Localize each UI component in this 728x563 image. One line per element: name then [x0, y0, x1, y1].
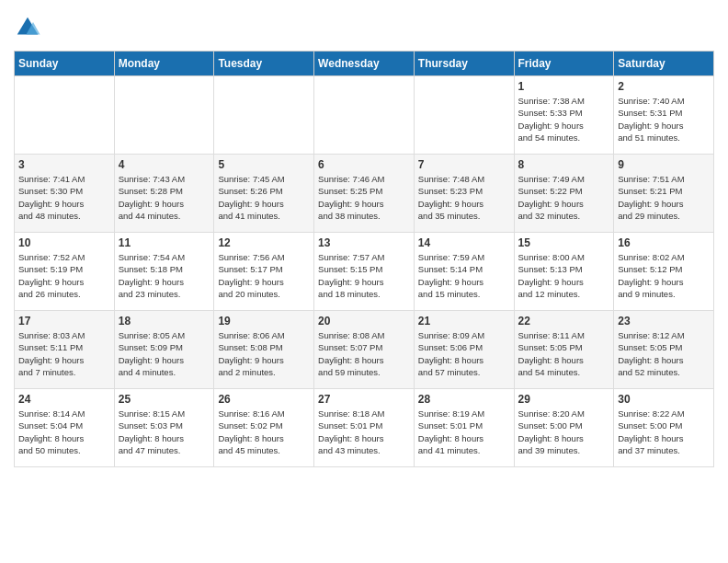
day-info: Sunrise: 8:18 AM Sunset: 5:01 PM Dayligh… [318, 408, 410, 456]
day-number: 25 [119, 393, 210, 406]
day-info: Sunrise: 8:03 AM Sunset: 5:11 PM Dayligh… [18, 329, 110, 378]
day-number: 26 [218, 393, 310, 406]
calendar-week-row: 10Sunrise: 7:52 AM Sunset: 5:19 PM Dayli… [15, 233, 714, 311]
calendar-cell: 21Sunrise: 8:09 AM Sunset: 5:06 PM Dayli… [414, 311, 514, 389]
calendar-week-row: 17Sunrise: 8:03 AM Sunset: 5:11 PM Dayli… [15, 311, 714, 389]
calendar-cell: 12Sunrise: 7:56 AM Sunset: 5:17 PM Dayli… [214, 233, 314, 311]
day-number: 28 [418, 393, 510, 406]
page-header [14, 14, 714, 41]
day-of-week-header: Saturday [614, 52, 714, 76]
day-number: 14 [418, 236, 510, 249]
day-number: 5 [218, 158, 310, 171]
calendar-cell: 23Sunrise: 8:12 AM Sunset: 5:05 PM Dayli… [614, 311, 714, 389]
day-number: 1 [518, 80, 610, 93]
day-info: Sunrise: 8:05 AM Sunset: 5:09 PM Dayligh… [119, 329, 210, 378]
logo [14, 14, 45, 41]
calendar-table: SundayMondayTuesdayWednesdayThursdayFrid… [14, 51, 714, 467]
day-info: Sunrise: 7:59 AM Sunset: 5:14 PM Dayligh… [418, 251, 510, 300]
day-info: Sunrise: 8:16 AM Sunset: 5:02 PM Dayligh… [218, 408, 310, 456]
calendar-cell: 30Sunrise: 8:22 AM Sunset: 5:00 PM Dayli… [614, 389, 714, 467]
day-number: 24 [18, 393, 110, 406]
day-number: 20 [318, 315, 410, 327]
day-number: 4 [119, 158, 210, 171]
calendar-cell: 16Sunrise: 8:02 AM Sunset: 5:12 PM Dayli… [614, 233, 714, 311]
calendar-cell [314, 76, 415, 155]
day-number: 29 [518, 393, 610, 406]
day-info: Sunrise: 7:46 AM Sunset: 5:25 PM Dayligh… [318, 173, 410, 222]
day-of-week-header: Wednesday [314, 52, 415, 76]
day-info: Sunrise: 8:09 AM Sunset: 5:06 PM Dayligh… [418, 329, 510, 378]
calendar-cell: 20Sunrise: 8:08 AM Sunset: 5:07 PM Dayli… [314, 311, 415, 389]
day-number: 2 [618, 80, 710, 93]
day-of-week-header: Thursday [414, 52, 514, 76]
calendar-cell: 28Sunrise: 8:19 AM Sunset: 5:01 PM Dayli… [414, 389, 514, 467]
day-info: Sunrise: 7:48 AM Sunset: 5:23 PM Dayligh… [418, 173, 510, 222]
calendar-cell: 1Sunrise: 7:38 AM Sunset: 5:33 PM Daylig… [514, 76, 614, 155]
calendar-cell: 17Sunrise: 8:03 AM Sunset: 5:11 PM Dayli… [15, 311, 115, 389]
day-info: Sunrise: 8:19 AM Sunset: 5:01 PM Dayligh… [418, 408, 510, 456]
calendar-cell: 8Sunrise: 7:49 AM Sunset: 5:22 PM Daylig… [514, 155, 614, 233]
day-number: 22 [518, 315, 610, 327]
day-info: Sunrise: 7:51 AM Sunset: 5:21 PM Dayligh… [618, 173, 710, 222]
day-info: Sunrise: 8:06 AM Sunset: 5:08 PM Dayligh… [218, 329, 310, 378]
calendar-week-row: 3Sunrise: 7:41 AM Sunset: 5:30 PM Daylig… [15, 155, 714, 233]
day-info: Sunrise: 8:20 AM Sunset: 5:00 PM Dayligh… [518, 408, 610, 456]
calendar-cell: 6Sunrise: 7:46 AM Sunset: 5:25 PM Daylig… [314, 155, 415, 233]
day-number: 8 [518, 158, 610, 171]
calendar-cell [414, 76, 514, 155]
day-number: 27 [318, 393, 410, 406]
calendar-cell: 14Sunrise: 7:59 AM Sunset: 5:14 PM Dayli… [414, 233, 514, 311]
calendar-cell [15, 76, 115, 155]
day-info: Sunrise: 7:52 AM Sunset: 5:19 PM Dayligh… [18, 251, 110, 300]
day-number: 17 [18, 315, 110, 327]
calendar-cell: 29Sunrise: 8:20 AM Sunset: 5:00 PM Dayli… [514, 389, 614, 467]
calendar-cell: 3Sunrise: 7:41 AM Sunset: 5:30 PM Daylig… [15, 155, 115, 233]
day-number: 23 [618, 315, 710, 327]
calendar-cell: 9Sunrise: 7:51 AM Sunset: 5:21 PM Daylig… [614, 155, 714, 233]
calendar-cell: 27Sunrise: 8:18 AM Sunset: 5:01 PM Dayli… [314, 389, 415, 467]
day-number: 11 [119, 236, 210, 249]
calendar-cell: 5Sunrise: 7:45 AM Sunset: 5:26 PM Daylig… [214, 155, 314, 233]
calendar-cell [214, 76, 314, 155]
day-of-week-header: Friday [514, 52, 614, 76]
day-info: Sunrise: 7:40 AM Sunset: 5:31 PM Dayligh… [618, 95, 710, 144]
day-of-week-header: Sunday [15, 52, 115, 76]
calendar-header-row: SundayMondayTuesdayWednesdayThursdayFrid… [15, 52, 714, 76]
day-number: 18 [119, 315, 210, 327]
logo-icon [14, 14, 41, 41]
day-number: 6 [318, 158, 410, 171]
calendar-cell: 4Sunrise: 7:43 AM Sunset: 5:28 PM Daylig… [114, 155, 214, 233]
day-info: Sunrise: 7:49 AM Sunset: 5:22 PM Dayligh… [518, 173, 610, 222]
day-info: Sunrise: 7:45 AM Sunset: 5:26 PM Dayligh… [218, 173, 310, 222]
day-number: 9 [618, 158, 710, 171]
day-info: Sunrise: 7:38 AM Sunset: 5:33 PM Dayligh… [518, 95, 610, 144]
day-info: Sunrise: 8:00 AM Sunset: 5:13 PM Dayligh… [518, 251, 610, 300]
calendar-cell: 15Sunrise: 8:00 AM Sunset: 5:13 PM Dayli… [514, 233, 614, 311]
calendar-cell: 2Sunrise: 7:40 AM Sunset: 5:31 PM Daylig… [614, 76, 714, 155]
calendar-cell: 25Sunrise: 8:15 AM Sunset: 5:03 PM Dayli… [114, 389, 214, 467]
day-number: 13 [318, 236, 410, 249]
calendar-cell: 11Sunrise: 7:54 AM Sunset: 5:18 PM Dayli… [114, 233, 214, 311]
day-number: 15 [518, 236, 610, 249]
day-number: 10 [18, 236, 110, 249]
day-of-week-header: Monday [114, 52, 214, 76]
day-info: Sunrise: 8:15 AM Sunset: 5:03 PM Dayligh… [119, 408, 210, 456]
calendar-cell: 7Sunrise: 7:48 AM Sunset: 5:23 PM Daylig… [414, 155, 514, 233]
day-of-week-header: Tuesday [214, 52, 314, 76]
day-info: Sunrise: 7:57 AM Sunset: 5:15 PM Dayligh… [318, 251, 410, 300]
day-number: 12 [218, 236, 310, 249]
day-number: 19 [218, 315, 310, 327]
calendar-week-row: 24Sunrise: 8:14 AM Sunset: 5:04 PM Dayli… [15, 389, 714, 467]
calendar-cell: 22Sunrise: 8:11 AM Sunset: 5:05 PM Dayli… [514, 311, 614, 389]
day-number: 16 [618, 236, 710, 249]
day-number: 30 [618, 393, 710, 406]
calendar-cell: 10Sunrise: 7:52 AM Sunset: 5:19 PM Dayli… [15, 233, 115, 311]
day-info: Sunrise: 8:14 AM Sunset: 5:04 PM Dayligh… [18, 408, 110, 456]
day-info: Sunrise: 8:02 AM Sunset: 5:12 PM Dayligh… [618, 251, 710, 300]
day-info: Sunrise: 7:43 AM Sunset: 5:28 PM Dayligh… [119, 173, 210, 222]
day-info: Sunrise: 8:22 AM Sunset: 5:00 PM Dayligh… [618, 408, 710, 456]
calendar-cell: 24Sunrise: 8:14 AM Sunset: 5:04 PM Dayli… [15, 389, 115, 467]
calendar-cell: 13Sunrise: 7:57 AM Sunset: 5:15 PM Dayli… [314, 233, 415, 311]
day-number: 21 [418, 315, 510, 327]
day-info: Sunrise: 7:54 AM Sunset: 5:18 PM Dayligh… [119, 251, 210, 300]
